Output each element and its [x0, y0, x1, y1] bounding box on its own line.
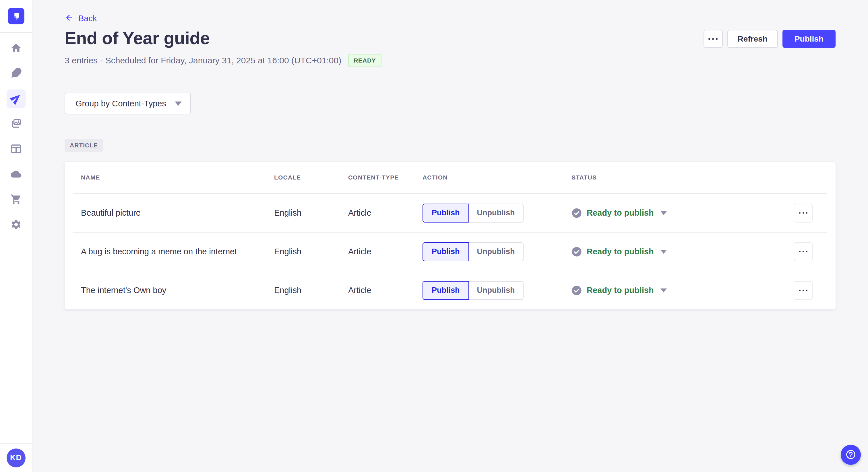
entry-status[interactable]: Ready to publish: [571, 285, 773, 296]
column-header-action: ACTION: [423, 174, 571, 181]
more-icon: [799, 251, 807, 252]
page-header-left: End of Year guide 3 entries - Scheduled …: [65, 28, 381, 67]
user-avatar[interactable]: KD: [7, 448, 26, 467]
main-content: Back End of Year guide 3 entries - Sched…: [32, 0, 868, 309]
back-link[interactable]: Back: [65, 13, 97, 24]
home-icon: [10, 42, 22, 55]
app-logo-container: [0, 0, 32, 33]
action-toggle: Publish Unpublish: [423, 204, 571, 223]
table-row: A bug is becoming a meme on the internet…: [65, 233, 836, 271]
row-unpublish-button[interactable]: Unpublish: [469, 204, 524, 223]
status-badge: READY: [348, 54, 381, 67]
entry-locale: English: [274, 208, 348, 217]
entry-name: The internet's Own boy: [81, 285, 274, 295]
page-title: End of Year guide: [65, 28, 381, 48]
chevron-down-icon: [660, 289, 667, 293]
entry-content-type: Article: [348, 247, 423, 256]
row-unpublish-button[interactable]: Unpublish: [469, 281, 524, 300]
sidebar-item-settings[interactable]: [7, 216, 26, 235]
entry-locale: English: [274, 247, 348, 256]
row-more-button[interactable]: [794, 204, 813, 223]
sidebar-nav: [7, 39, 26, 235]
page-header: End of Year guide 3 entries - Scheduled …: [65, 28, 836, 67]
column-header-content-type: CONTENT-TYPE: [348, 174, 423, 181]
check-circle-icon: [571, 285, 582, 296]
more-icon: [708, 38, 718, 40]
entry-name: A bug is becoming a meme on the internet: [81, 247, 274, 256]
sidebar-item-home[interactable]: [7, 39, 26, 58]
check-circle-icon: [571, 247, 582, 257]
shopping-cart-icon: [10, 194, 22, 206]
strapi-logo-icon[interactable]: [8, 8, 24, 24]
entry-locale: English: [274, 285, 348, 295]
chevron-down-icon: [175, 102, 182, 106]
page-header-actions: Refresh Publish: [704, 30, 836, 48]
check-circle-icon: [571, 208, 582, 218]
column-header-status: STATUS: [571, 174, 773, 181]
table-header-row: NAME LOCALE CONTENT-TYPE ACTION STATUS: [65, 162, 836, 193]
sidebar: KD: [0, 0, 32, 472]
refresh-button[interactable]: Refresh: [727, 30, 778, 48]
publish-release-button[interactable]: Publish: [782, 30, 836, 48]
content-type-group-badge: ARTICLE: [65, 139, 103, 152]
column-header-name: NAME: [81, 174, 274, 181]
arrow-left-icon: [65, 13, 74, 24]
status-label: Ready to publish: [587, 208, 654, 217]
group-badge-row: ARTICLE: [65, 139, 836, 152]
row-publish-button[interactable]: Publish: [423, 242, 469, 261]
chevron-down-icon: [660, 211, 667, 215]
cloud-icon: [10, 168, 22, 181]
entry-status[interactable]: Ready to publish: [571, 247, 773, 257]
settings-gear-icon: [10, 219, 22, 231]
more-options-button[interactable]: [704, 30, 723, 48]
row-publish-button[interactable]: Publish: [423, 204, 469, 223]
sidebar-footer: KD: [0, 443, 32, 472]
more-icon: [799, 212, 807, 214]
entry-name: Beautiful picture: [81, 208, 274, 217]
row-unpublish-button[interactable]: Unpublish: [469, 242, 524, 261]
group-by-label: Group by Content-Types: [75, 99, 166, 108]
paper-plane-icon: [10, 93, 22, 105]
table-row: The internet's Own boy English Article P…: [65, 271, 836, 309]
help-button[interactable]: [841, 445, 861, 465]
entries-table-card: NAME LOCALE CONTENT-TYPE ACTION STATUS B…: [65, 162, 836, 309]
sidebar-item-media-library[interactable]: [7, 115, 26, 134]
sidebar-item-deploy-cloud[interactable]: [7, 165, 26, 184]
row-publish-button[interactable]: Publish: [423, 281, 469, 300]
page-subtitle-row: 3 entries - Scheduled for Friday, Januar…: [65, 54, 381, 67]
feather-pen-icon: [10, 67, 22, 80]
entry-content-type: Article: [348, 285, 423, 295]
status-label: Ready to publish: [587, 247, 654, 256]
row-more-button[interactable]: [794, 242, 813, 261]
layout-panels-icon: [10, 143, 22, 156]
action-toggle: Publish Unpublish: [423, 242, 571, 261]
entry-content-type: Article: [348, 208, 423, 217]
sidebar-item-content-type-builder[interactable]: [7, 140, 26, 159]
group-by-select[interactable]: Group by Content-Types: [65, 93, 191, 114]
help-question-icon: [845, 449, 856, 461]
table-row: Beautiful picture English Article Publis…: [65, 194, 836, 232]
sidebar-item-content-manager[interactable]: [7, 64, 26, 83]
column-header-locale: LOCALE: [274, 174, 348, 181]
row-more-button[interactable]: [794, 281, 813, 300]
status-label: Ready to publish: [587, 285, 654, 295]
sidebar-item-releases[interactable]: [7, 90, 26, 108]
chevron-down-icon: [660, 250, 667, 254]
action-toggle: Publish Unpublish: [423, 281, 571, 300]
back-label: Back: [79, 14, 97, 23]
sidebar-item-marketplace[interactable]: [7, 191, 26, 209]
entry-status[interactable]: Ready to publish: [571, 208, 773, 218]
more-icon: [799, 290, 807, 291]
media-images-icon: [10, 118, 22, 131]
page-subtitle: 3 entries - Scheduled for Friday, Januar…: [65, 56, 341, 65]
